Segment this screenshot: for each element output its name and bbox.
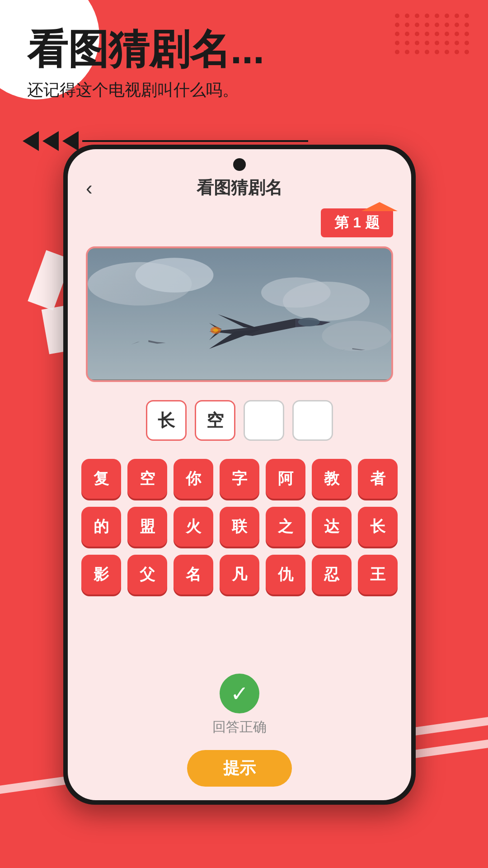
- key-影[interactable]: 影: [81, 555, 121, 594]
- camera-notch: [233, 158, 246, 171]
- title-area: 看图猜剧名... 还记得这个电视剧叫什么吗。: [27, 27, 264, 101]
- arrow-icon: [42, 131, 59, 151]
- arrow-icon: [62, 131, 79, 151]
- key-凡[interactable]: 凡: [220, 555, 259, 594]
- key-复[interactable]: 复: [81, 459, 121, 499]
- keyboard-row-2: 的 盟 火 联 之 达 长: [81, 507, 398, 547]
- phone-screen: ‹ 看图猜剧名 第 1 题: [68, 149, 411, 800]
- back-button[interactable]: ‹: [86, 177, 93, 199]
- key-父[interactable]: 父: [127, 555, 167, 594]
- answer-correct-label: 回答正确: [212, 718, 267, 736]
- key-长[interactable]: 长: [358, 507, 398, 547]
- phone-mockup: ‹ 看图猜剧名 第 1 题: [63, 145, 416, 805]
- key-名[interactable]: 名: [174, 555, 213, 594]
- subtitle: 还记得这个电视剧叫什么吗。: [27, 79, 264, 101]
- confirm-area: ✓ 回答正确: [68, 669, 411, 745]
- key-盟[interactable]: 盟: [127, 507, 167, 547]
- answer-boxes: 长 空: [68, 391, 411, 450]
- answer-box-1[interactable]: 长: [146, 400, 187, 441]
- hint-area: 提示: [68, 745, 411, 800]
- arrow-line: [82, 140, 308, 142]
- checkmark-icon: ✓: [230, 681, 249, 706]
- question-badge: 第 1 题: [321, 208, 393, 237]
- answer-box-2[interactable]: 空: [195, 400, 235, 441]
- key-仇[interactable]: 仇: [266, 555, 305, 594]
- hint-button[interactable]: 提示: [187, 750, 292, 787]
- key-你[interactable]: 你: [174, 459, 213, 499]
- question-image: [86, 246, 393, 382]
- keyboard: 复 空 你 字 阿 教 者 的 盟 火 联 之 达 长 影 父 名 凡: [68, 450, 411, 669]
- key-的[interactable]: 的: [81, 507, 121, 547]
- key-教[interactable]: 教: [312, 459, 352, 499]
- answer-box-4[interactable]: [292, 400, 333, 441]
- key-空[interactable]: 空: [127, 459, 167, 499]
- answer-box-3[interactable]: [244, 400, 284, 441]
- key-之[interactable]: 之: [266, 507, 305, 547]
- keyboard-row-1: 复 空 你 字 阿 教 者: [81, 459, 398, 499]
- question-badge-wrap: 第 1 题: [68, 208, 411, 237]
- answer-char-1: 长: [158, 409, 175, 432]
- key-达[interactable]: 达: [312, 507, 352, 547]
- key-阿[interactable]: 阿: [266, 459, 305, 499]
- key-忍[interactable]: 忍: [312, 555, 352, 594]
- answer-char-2: 空: [206, 409, 224, 432]
- key-字[interactable]: 字: [220, 459, 259, 499]
- bg-dots-decoration: [395, 14, 470, 54]
- svg-rect-19: [88, 249, 391, 379]
- key-者[interactable]: 者: [358, 459, 398, 499]
- key-联[interactable]: 联: [220, 507, 259, 547]
- main-title: 看图猜剧名...: [27, 27, 264, 72]
- arrow-icon: [23, 131, 39, 151]
- keyboard-row-3: 影 父 名 凡 仇 忍 王: [81, 555, 398, 594]
- key-王[interactable]: 王: [358, 555, 398, 594]
- key-火[interactable]: 火: [174, 507, 213, 547]
- confirm-button[interactable]: ✓: [220, 674, 259, 713]
- app-title: 看图猜剧名: [197, 176, 282, 199]
